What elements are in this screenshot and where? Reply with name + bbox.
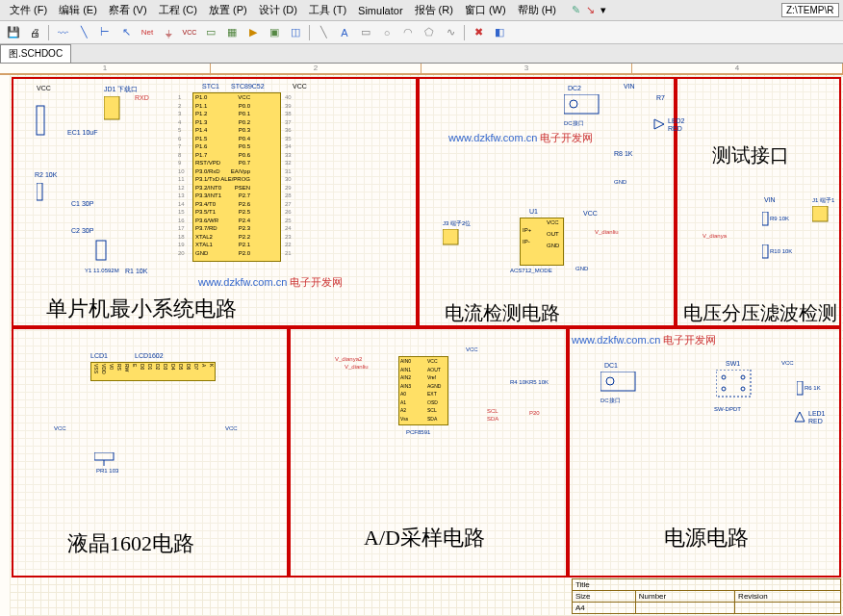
stc-pin: P0.6 — [239, 152, 250, 159]
pencil-icon[interactable]: ✎ — [572, 4, 580, 16]
line-icon[interactable]: ╲ — [314, 24, 333, 41]
toolbar: 💾 🖨 〰 ╲ ⊢ ↖ Net ⏚ VCC ▭ ▦ ▶ ▣ ◫ ╲ A ▭ ○ … — [0, 21, 843, 44]
header-jd1[interactable] — [104, 96, 123, 123]
rect-icon[interactable]: ▭ — [356, 24, 375, 41]
svg-marker-22 — [795, 412, 805, 422]
c1-ref: C1 30P — [71, 200, 93, 207]
text-icon[interactable]: A — [335, 24, 354, 41]
bezier-icon[interactable]: ∿ — [441, 24, 460, 41]
document-tab[interactable]: 图.SCHDOC — [0, 44, 71, 63]
stc-pin: P0.3 — [239, 127, 250, 134]
svg-point-15 — [606, 377, 614, 385]
resistor-r9[interactable] — [762, 212, 770, 227]
svg-rect-3 — [37, 183, 42, 200]
lcd-pin: D7 — [192, 364, 199, 370]
svg-rect-0 — [104, 96, 119, 119]
adc-pin: VCC — [427, 358, 438, 365]
stc-pin: P2.3 — [239, 225, 250, 232]
svg-marker-7 — [654, 119, 664, 129]
lcd-pin: D5 — [177, 364, 184, 370]
chevron-down-icon[interactable]: ▾ — [600, 4, 606, 16]
stc-pin: P3.3/INT1 — [195, 192, 221, 199]
menu-edit[interactable]: 编辑 (E) — [53, 1, 103, 19]
title-label: Title — [573, 579, 841, 591]
acs-part: ACS712_MODE — [510, 268, 552, 273]
lcd-pin: V0 — [108, 364, 115, 370]
net-icon[interactable]: Net — [138, 24, 157, 41]
stc-pin: P1.4 — [195, 127, 207, 134]
menu-help[interactable]: 帮助 (H) — [512, 1, 562, 19]
title-block: Title Size Number Revision A4 — [572, 578, 841, 614]
dc-jack-dc1[interactable] — [600, 372, 639, 395]
sheet-entry-icon[interactable]: ▣ — [265, 24, 284, 41]
crystal-y1[interactable] — [94, 237, 110, 266]
adc-pin: AIN1 — [400, 367, 411, 373]
polygon-icon[interactable]: ⬠ — [420, 24, 439, 41]
menu-project[interactable]: 工程 (C) — [153, 1, 203, 19]
adc-pin: Vref — [427, 374, 436, 381]
adc-pin: AGND — [427, 383, 441, 390]
vcc-icon[interactable]: VCC — [180, 24, 199, 41]
menu-design[interactable]: 设计 (D) — [253, 1, 303, 19]
wire-icon[interactable]: 〰 — [53, 24, 72, 41]
netlabel-icon[interactable]: ↖ — [116, 24, 136, 41]
stc-pin: VCC — [238, 94, 250, 101]
sheet-icon[interactable]: ▦ — [222, 24, 242, 41]
path-display: Z:\TEMP\R — [781, 3, 839, 17]
schematic-canvas[interactable]: 1 2 3 4 STC1 STC89C52 P1.01P1.12P1.23P1.… — [0, 64, 843, 616]
arrow-icon[interactable]: ↘ — [586, 4, 595, 16]
power-icon[interactable]: ⏚ — [159, 24, 178, 41]
switch-s1[interactable]: S1 — [33, 102, 52, 141]
print-icon[interactable]: 🖨 — [25, 24, 44, 41]
stc-pin: EA/Vpp — [231, 168, 250, 175]
tab-bar: 图.SCHDOC — [0, 44, 843, 64]
led1[interactable] — [793, 410, 806, 424]
cross-probe-icon[interactable]: ✖ — [469, 24, 488, 41]
stc-pin: P2.4 — [239, 218, 250, 224]
select-icon[interactable]: ◧ — [490, 24, 509, 41]
stc-pin: P0.5 — [239, 143, 250, 150]
menu-tools[interactable]: 工具 (T) — [303, 1, 352, 19]
dc-jack-dc2[interactable] — [564, 94, 602, 117]
header-j1[interactable] — [812, 206, 831, 225]
harness-icon[interactable]: ◫ — [286, 24, 305, 41]
vcc-label: VCC — [466, 346, 478, 352]
schematic-sheet[interactable]: STC1 STC89C52 P1.01P1.12P1.23P1.34P1.45P… — [10, 75, 843, 616]
adc-part: PCF8591 — [406, 429, 430, 435]
resistor-r2[interactable] — [37, 183, 44, 202]
c2-ref: C2 30P — [71, 227, 93, 234]
menu-simulator[interactable]: Simulator — [352, 3, 408, 18]
resistor-r6[interactable] — [797, 381, 805, 397]
menu-file[interactable]: 文件 (F) — [4, 1, 53, 19]
lcd-pin: D1 — [146, 364, 153, 370]
arc-icon[interactable]: ◠ — [398, 24, 418, 41]
stc-pin: P1.6 — [195, 143, 207, 150]
junction-icon[interactable]: ⊢ — [95, 24, 115, 41]
r10-ref: R10 10K — [770, 248, 792, 254]
lcd-pin: K — [208, 364, 215, 367]
svg-rect-10 — [762, 212, 768, 225]
menu-window[interactable]: 窗口 (W) — [459, 1, 512, 19]
lcd-pin: D3 — [162, 364, 168, 370]
stc-pin: P3.5/T1 — [195, 209, 216, 216]
part-icon[interactable]: ▭ — [201, 24, 220, 41]
lcd-pin: D4 — [169, 364, 176, 370]
ellipse-icon[interactable]: ○ — [377, 24, 396, 41]
menu-view[interactable]: 察看 (V) — [103, 1, 153, 19]
led2[interactable] — [652, 117, 666, 131]
port-icon[interactable]: ▶ — [243, 24, 263, 41]
watermark-url: www.dzkfw.com.cn — [572, 334, 660, 346]
switch-sw1[interactable] — [716, 370, 754, 400]
lcd-pin: D2 — [154, 364, 161, 370]
stc-pin: P3.6/WR — [195, 218, 218, 224]
bus-icon[interactable]: ╲ — [74, 24, 93, 41]
y1-ref: Y1 11.0592M — [85, 268, 119, 273]
scl-label: SCL — [487, 408, 498, 414]
led2-ref: LED2 — [668, 117, 685, 124]
save-icon[interactable]: 💾 — [4, 24, 23, 41]
menu-report[interactable]: 报告 (R) — [409, 1, 459, 19]
resistor-r10[interactable] — [762, 244, 770, 260]
pot-pr1[interactable] — [94, 452, 117, 466]
header-j3[interactable] — [443, 229, 462, 248]
menu-place[interactable]: 放置 (P) — [203, 1, 253, 19]
